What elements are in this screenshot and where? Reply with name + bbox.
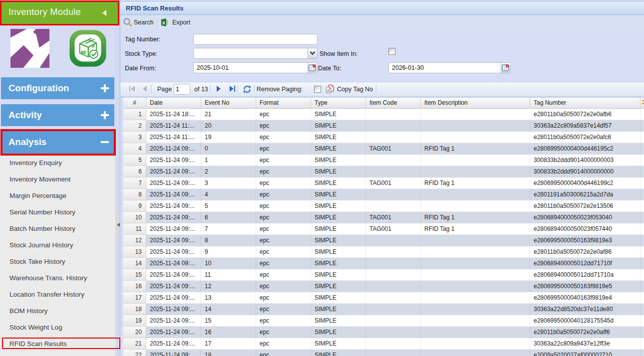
svg-text:X: X [162,20,165,25]
